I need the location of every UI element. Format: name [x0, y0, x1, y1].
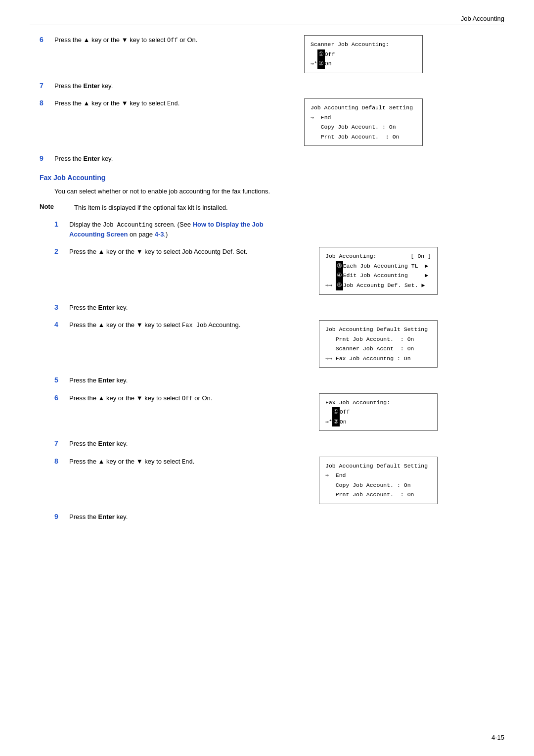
- fax-step-number-3: 3: [54, 303, 69, 311]
- fax-step-5-left: 5 Press the Enter key.: [54, 376, 312, 385]
- screen-fax-job-accounting: Fax Job Accounting: ①Off ⇒*②On: [319, 393, 438, 431]
- fax-step-4-left: 4 Press the ▲ key or the ▼ key to select…: [54, 320, 312, 330]
- screen-line2: Copy Job Account. : On: [311, 122, 416, 132]
- fax-job-accounting-heading: Fax Job Accounting: [40, 174, 504, 182]
- screen-bottom-line3: Prnt Job Account. : On: [325, 490, 431, 500]
- screen-line3: Prnt Job Account. : On: [311, 132, 416, 142]
- screen-main-title: Job Accounting:: [325, 251, 377, 261]
- screen-title: Scanner Job Accounting:: [311, 40, 416, 49]
- fax-step-9-left: 9 Press the Enter key.: [54, 512, 312, 522]
- fax-step-9-text: Press the Enter key.: [69, 512, 277, 522]
- step-7-top-left: 7 Press the Enter key.: [40, 81, 297, 91]
- fax-step-7-left: 7 Press the Enter key.: [54, 439, 312, 449]
- fax-step-number-4: 4: [54, 320, 69, 329]
- screen-bottom-line1: ⇒ End: [325, 471, 431, 480]
- step-6-top-text: Press the ▲ key or the ▼ key to select O…: [54, 35, 262, 45]
- screen-job-accounting-default-top: Job Accounting Default Setting ⇒ End Cop…: [304, 98, 423, 146]
- step-number-9-top: 9: [40, 154, 54, 162]
- fax-step-number-9: 9: [54, 512, 69, 520]
- fax-step-8-row: 8 Press the ▲ key or the ▼ key to select…: [54, 457, 504, 504]
- screen-fax-line1: ①Off: [325, 407, 431, 417]
- header-bar: Job Accounting: [30, 15, 504, 25]
- top-content: 6 Press the ▲ key or the ▼ key to select…: [30, 35, 504, 522]
- fax-step-2-text: Press the ▲ key or the ▼ key to select J…: [69, 247, 277, 257]
- fax-step-7-text: Press the Enter key.: [69, 439, 277, 449]
- fax-step-2-left: 2 Press the ▲ key or the ▼ key to select…: [54, 247, 312, 257]
- step-number-6-top: 6: [40, 35, 54, 44]
- fax-step-7-row: 7 Press the Enter key.: [54, 439, 504, 449]
- screen-fax-line2: ⇒*②On: [325, 417, 431, 427]
- screen-mid-line2: Scanner Job Accnt : On: [325, 344, 431, 354]
- screen-scanner-job-accounting: Scanner Job Accounting: ①Off ⇒*②On: [304, 35, 423, 73]
- fax-step-3-text: Press the Enter key.: [69, 303, 277, 313]
- note-row: Note This item is displayed if the optio…: [40, 203, 504, 213]
- fax-step-1-text: Display the Job Accounting screen. (See …: [69, 220, 277, 239]
- step-8-top-text: Press the ▲ key or the ▼ key to select E…: [54, 98, 262, 108]
- fax-step-4-row: 4 Press the ▲ key or the ▼ key to select…: [54, 320, 504, 368]
- screen-mid-line1: Prnt Job Account. : On: [325, 334, 431, 344]
- fax-step-6-left: 6 Press the ▲ key or the ▼ key to select…: [54, 393, 312, 403]
- screen-job-accounting-default-bottom: Job Accounting Default Setting ⇒ End Cop…: [319, 457, 438, 504]
- fax-step-number-2: 2: [54, 247, 69, 255]
- fax-step-1-row: 1 Display the Job Accounting screen. (Se…: [54, 220, 504, 239]
- fax-step-number-6: 6: [54, 393, 69, 402]
- screen-line1: ⇒ End: [311, 113, 416, 123]
- fax-step-5-row: 5 Press the Enter key.: [54, 376, 504, 385]
- header-title: Job Accounting: [461, 15, 504, 22]
- screen-bottom-line2: Copy Job Account. : On: [325, 480, 431, 490]
- screen-mid-title: Job Accounting Default Setting: [325, 325, 431, 334]
- screen-main-title-row: Job Accounting: [ On ]: [325, 251, 431, 261]
- step-8-top-left: 8 Press the ▲ key or the ▼ key to select…: [40, 98, 297, 108]
- fax-step-6-row: 6 Press the ▲ key or the ▼ key to select…: [54, 393, 504, 431]
- screen-title: Job Accounting Default Setting: [311, 103, 416, 113]
- step-9-top-text: Press the Enter key.: [54, 154, 262, 164]
- fax-step-9-row: 9 Press the Enter key.: [54, 512, 504, 522]
- page-number: 4-15: [491, 734, 504, 741]
- note-label: Note: [40, 203, 74, 210]
- screen-main-line1: ③Each Job Accounting TL ▶: [325, 261, 431, 271]
- screen-main-line2: ④Edit Job Accounting ▶: [325, 271, 431, 281]
- fax-description: You can select whether or not to enable …: [54, 187, 504, 196]
- fax-step-6-text: Press the ▲ key or the ▼ key to select O…: [69, 393, 277, 403]
- fax-step-number-7: 7: [54, 439, 69, 447]
- step-row-8-top: 8 Press the ▲ key or the ▼ key to select…: [40, 98, 504, 146]
- fax-step-3-left: 3 Press the Enter key.: [54, 303, 312, 313]
- step-row-7-top: 7 Press the Enter key.: [40, 81, 504, 91]
- note-text: This item is displayed if the optional f…: [74, 203, 504, 213]
- fax-step-number-5: 5: [54, 376, 69, 384]
- fax-step-4-text: Press the ▲ key or the ▼ key to select F…: [69, 320, 277, 330]
- fax-step-number-1: 1: [54, 220, 69, 228]
- screen-line2: ⇒*②On: [311, 59, 416, 69]
- screen-line1: ①Off: [311, 49, 416, 59]
- fax-steps-container: 1 Display the Job Accounting screen. (Se…: [54, 220, 504, 522]
- step-number-7-top: 7: [40, 81, 54, 90]
- screen-job-accounting-default-mid: Job Accounting Default Setting Prnt Job …: [319, 320, 438, 368]
- fax-step-1-left: 1 Display the Job Accounting screen. (Se…: [54, 220, 312, 239]
- screen-mid-line3: ⇒⇒ Fax Job Accountng : On: [325, 354, 431, 364]
- screen-job-accounting-main: Job Accounting: [ On ] ③Each Job Account…: [319, 247, 438, 294]
- step-row-6-top: 6 Press the ▲ key or the ▼ key to select…: [40, 35, 504, 73]
- fax-step-8-text: Press the ▲ key or the ▼ key to select E…: [69, 457, 277, 467]
- step-row-9-top: 9 Press the Enter key.: [40, 154, 504, 164]
- screen-fax-title: Fax Job Accounting:: [325, 398, 431, 408]
- fax-step-3-row: 3 Press the Enter key.: [54, 303, 504, 313]
- screen-bottom-title: Job Accounting Default Setting: [325, 461, 431, 471]
- step-6-top-left: 6 Press the ▲ key or the ▼ key to select…: [40, 35, 297, 45]
- fax-step-number-8: 8: [54, 457, 69, 465]
- screen-main-status: [ On ]: [411, 251, 431, 261]
- fax-step-2-row: 2 Press the ▲ key or the ▼ key to select…: [54, 247, 504, 294]
- step-number-8-top: 8: [40, 98, 54, 107]
- fax-step-8-left: 8 Press the ▲ key or the ▼ key to select…: [54, 457, 312, 467]
- step-7-top-text: Press the Enter key.: [54, 81, 262, 91]
- screen-main-line3: ⇒⇒ ⑤Job Accountg Def. Set. ▶: [325, 281, 431, 290]
- fax-step-5-text: Press the Enter key.: [69, 376, 277, 385]
- step-9-top-left: 9 Press the Enter key.: [40, 154, 297, 164]
- page: Job Accounting 6 Press the ▲ key or the …: [0, 0, 534, 756]
